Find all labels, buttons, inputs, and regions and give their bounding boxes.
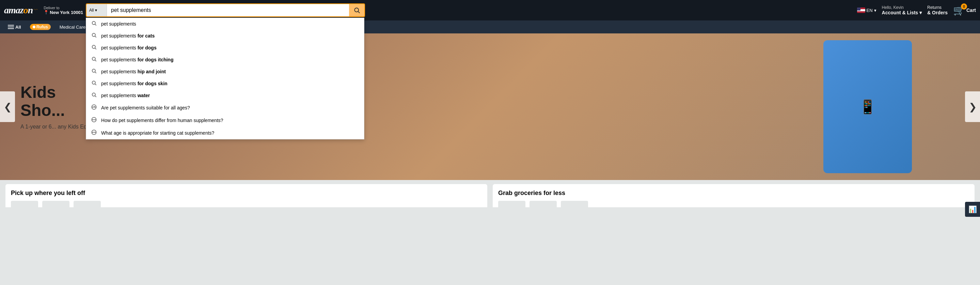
float-chart-button[interactable]: 📊 bbox=[965, 202, 980, 207]
search-icon bbox=[91, 92, 97, 99]
search-input-wrapper: pet supplements pet supplements for cats bbox=[107, 4, 349, 16]
svg-point-15 bbox=[92, 106, 94, 108]
autocomplete-dropdown: pet supplements pet supplements for cats bbox=[86, 18, 364, 139]
hero-title: Kids Sho... bbox=[21, 83, 94, 120]
panel-title: Pick up where you left off bbox=[11, 189, 482, 197]
svg-point-19 bbox=[94, 119, 96, 120]
suggestion-text: pet supplements for dogs itching bbox=[101, 57, 173, 62]
returns-label: Returns bbox=[927, 5, 948, 10]
cart[interactable]: 🛒 0 Cart bbox=[953, 5, 976, 16]
autocomplete-item[interactable]: pet supplements bbox=[86, 18, 364, 30]
panel-title: Grab groceries for less bbox=[498, 189, 969, 197]
panel-product-item[interactable] bbox=[530, 201, 557, 207]
lang-chevron-icon: ▾ bbox=[874, 8, 877, 13]
cart-icon: 🛒 0 bbox=[953, 5, 965, 16]
chevron-down-icon: ▾ bbox=[95, 8, 97, 13]
svg-point-18 bbox=[92, 119, 94, 120]
search-icon bbox=[91, 80, 97, 86]
hero-subtitle: A 1-year or 6... any Kids Edit... bbox=[21, 124, 94, 130]
suggestion-text: pet supplements for cats bbox=[101, 33, 154, 38]
autocomplete-item[interactable]: pet supplements for cats bbox=[86, 30, 364, 42]
nav-rufus[interactable]: Rufus bbox=[26, 21, 54, 32]
autocomplete-item[interactable]: pet supplements water bbox=[86, 89, 364, 101]
nav-all-menu[interactable]: All bbox=[4, 22, 25, 32]
svg-line-3 bbox=[95, 36, 96, 37]
suggestion-text: pet supplements bbox=[101, 21, 136, 27]
svg-line-1 bbox=[95, 24, 96, 26]
svg-point-6 bbox=[92, 57, 95, 60]
us-flag-icon bbox=[857, 8, 865, 13]
autocomplete-question-item[interactable]: How do pet supplements differ from human… bbox=[86, 114, 364, 126]
svg-line-11 bbox=[95, 84, 96, 85]
language-selector[interactable]: EN ▾ bbox=[857, 8, 877, 13]
search-icon bbox=[91, 56, 97, 63]
cart-label: Cart bbox=[966, 8, 976, 13]
rufus-dot-icon bbox=[33, 26, 35, 28]
svg-line-5 bbox=[95, 48, 96, 50]
right-arrow-icon: ❯ bbox=[969, 101, 977, 112]
language-label: EN bbox=[867, 8, 873, 13]
deliver-label: Deliver to bbox=[44, 6, 83, 10]
account-menu[interactable]: Hello, Kevin Account & Lists ▾ bbox=[882, 5, 922, 15]
panel-product-item[interactable] bbox=[498, 201, 525, 207]
header: amazon ﹋ Deliver to 📍 New York 10001 All… bbox=[0, 0, 980, 21]
svg-line-24 bbox=[358, 11, 360, 13]
svg-point-2 bbox=[92, 34, 95, 37]
svg-line-13 bbox=[95, 96, 96, 97]
svg-point-4 bbox=[92, 45, 95, 48]
question-icon bbox=[91, 117, 97, 124]
svg-point-10 bbox=[92, 81, 95, 84]
panel-product-item[interactable] bbox=[73, 201, 101, 207]
search-icon bbox=[91, 21, 97, 27]
chart-icon: 📊 bbox=[969, 205, 977, 207]
suggestion-text: Are pet supplements suitable for all age… bbox=[101, 105, 190, 110]
carousel-next-button[interactable]: ❯ bbox=[965, 91, 980, 122]
location-pin-icon: 📍 bbox=[44, 10, 49, 14]
search-bar: All ▾ pet supplements bbox=[86, 3, 365, 17]
svg-point-23 bbox=[355, 8, 359, 12]
suggestion-text: pet supplements for dogs bbox=[101, 45, 157, 50]
category-label: All bbox=[89, 8, 94, 13]
question-icon bbox=[91, 104, 97, 111]
nav-all-label: All bbox=[15, 24, 21, 30]
bottom-panels: Pick up where you left off Grab grocerie… bbox=[0, 180, 980, 207]
suggestion-text: What age is appropriate for starting cat… bbox=[101, 130, 214, 136]
autocomplete-item[interactable]: pet supplements hip and joint bbox=[86, 66, 364, 77]
search-icon bbox=[91, 44, 97, 51]
returns-orders[interactable]: Returns & Orders bbox=[927, 5, 948, 15]
account-chevron-icon: ▾ bbox=[920, 10, 922, 15]
hero-product-image: 📱 bbox=[823, 40, 912, 173]
svg-point-8 bbox=[92, 69, 95, 72]
panel-items bbox=[498, 201, 969, 207]
panel-items bbox=[11, 201, 482, 207]
account-lists-label: Account & Lists ▾ bbox=[882, 10, 922, 15]
search-category-select[interactable]: All ▾ bbox=[86, 4, 107, 16]
suggestion-text: pet supplements hip and joint bbox=[101, 69, 166, 74]
autocomplete-question-item[interactable]: What age is appropriate for starting cat… bbox=[86, 126, 364, 139]
svg-line-9 bbox=[95, 72, 96, 73]
amazon-logo[interactable]: amazon ﹋ bbox=[4, 5, 38, 15]
svg-line-7 bbox=[95, 60, 96, 61]
svg-point-0 bbox=[92, 21, 95, 24]
svg-point-12 bbox=[92, 93, 95, 96]
panel-product-item[interactable] bbox=[561, 201, 588, 207]
search-icon bbox=[91, 68, 97, 75]
search-input[interactable] bbox=[107, 4, 349, 16]
hamburger-icon bbox=[8, 25, 14, 29]
suggestion-text: pet supplements for dogs skin bbox=[101, 81, 167, 86]
rufus-label: Rufus bbox=[37, 24, 48, 29]
deliver-to[interactable]: Deliver to 📍 New York 10001 bbox=[44, 6, 83, 15]
autocomplete-item[interactable]: pet supplements for dogs skin bbox=[86, 77, 364, 89]
autocomplete-question-item[interactable]: Are pet supplements suitable for all age… bbox=[86, 101, 364, 114]
logo-arrow-icon: ﹋ bbox=[33, 8, 38, 14]
search-button[interactable] bbox=[349, 4, 364, 16]
suggestion-text: pet supplements water bbox=[101, 93, 150, 98]
suggestion-text: How do pet supplements differ from human… bbox=[101, 118, 223, 123]
panel-product-item[interactable] bbox=[11, 201, 38, 207]
autocomplete-item[interactable]: pet supplements for dogs bbox=[86, 42, 364, 53]
autocomplete-item[interactable]: pet supplements for dogs itching bbox=[86, 53, 364, 66]
deliver-location: 📍 New York 10001 bbox=[44, 10, 83, 15]
left-arrow-icon: ❮ bbox=[4, 101, 11, 112]
panel-product-item[interactable] bbox=[42, 201, 70, 207]
carousel-prev-button[interactable]: ❮ bbox=[0, 91, 15, 122]
